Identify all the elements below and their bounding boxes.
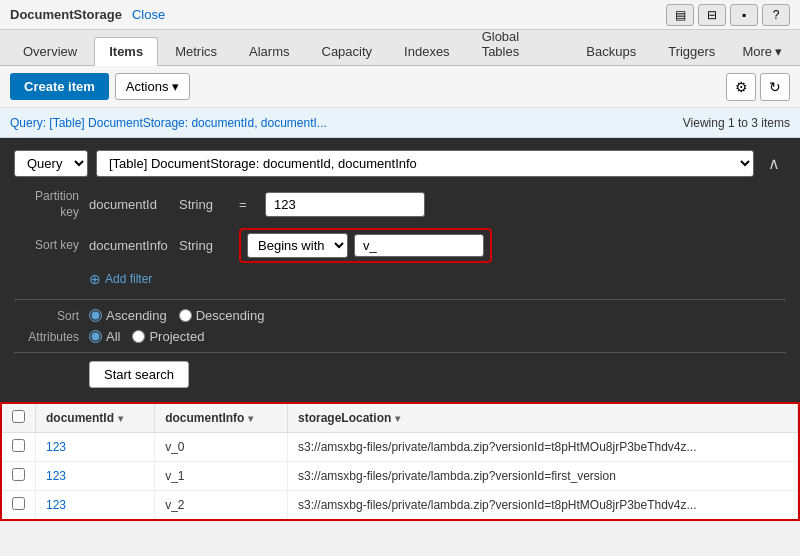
layout-icon-btn-1[interactable]: ▤	[666, 4, 694, 26]
toolbar: Create item Actions ▾ ⚙ ↻	[0, 66, 800, 108]
results-table-container: documentId ▾ documentInfo ▾ storageLocat…	[0, 402, 800, 521]
query-bar: Query: [Table] DocumentStorage: document…	[0, 108, 800, 138]
row-3-checkbox[interactable]	[12, 497, 25, 510]
sort-radio-group: Ascending Descending	[89, 308, 264, 323]
sort-descending-input[interactable]	[179, 309, 192, 322]
refresh-icon-btn[interactable]: ↻	[760, 73, 790, 101]
sort-key-operator-select[interactable]: Begins with	[247, 233, 348, 258]
table-row: 123 v_1 s3://amsxbg-files/private/lambda…	[2, 462, 798, 491]
sort-key-label: Sort key	[14, 238, 79, 254]
col-documentInfo-label: documentInfo	[165, 411, 244, 425]
col-storageLocation-label: storageLocation	[298, 411, 391, 425]
help-icon-btn[interactable]: ?	[762, 4, 790, 26]
select-all-header	[2, 404, 36, 433]
row-3-documentInfo: v_2	[155, 491, 288, 520]
row-1-documentId-link[interactable]: 123	[46, 440, 66, 454]
tab-indexes[interactable]: Indexes	[389, 37, 465, 65]
row-1-checkbox[interactable]	[12, 439, 25, 452]
attr-all-input[interactable]	[89, 330, 102, 343]
divider	[14, 299, 786, 300]
attr-projected-radio[interactable]: Projected	[132, 329, 204, 344]
title-bar: DocumentStorage Close ▤ ⊟ ▪ ?	[0, 0, 800, 30]
table-select[interactable]: [Table] DocumentStorage: documentId, doc…	[96, 150, 754, 177]
row-3-documentId: 123	[36, 491, 155, 520]
col-header-documentInfo[interactable]: documentInfo ▾	[155, 404, 288, 433]
partition-key-operator: =	[239, 197, 255, 212]
col-header-documentId[interactable]: documentId ▾	[36, 404, 155, 433]
tab-items[interactable]: Items	[94, 37, 158, 66]
add-filter-plus-icon: ⊕	[89, 271, 101, 287]
add-filter-row: ⊕ Add filter	[14, 271, 786, 287]
layout-icon-btn-3[interactable]: ▪	[730, 4, 758, 26]
row-checkbox-2	[2, 462, 36, 491]
viewing-count: Viewing 1 to 3 items	[683, 116, 790, 130]
partition-key-type: String	[179, 197, 229, 212]
tab-triggers[interactable]: Triggers	[653, 37, 730, 65]
attributes-label: Attributes	[14, 330, 79, 344]
attributes-options-row: Attributes All Projected	[14, 329, 786, 344]
attr-all-label: All	[106, 329, 120, 344]
table-header-row: documentId ▾ documentInfo ▾ storageLocat…	[2, 404, 798, 433]
sort-ascending-input[interactable]	[89, 309, 102, 322]
more-label: More	[742, 44, 772, 59]
more-chevron-icon: ▾	[775, 44, 782, 59]
actions-label: Actions	[126, 79, 169, 94]
attr-all-radio[interactable]: All	[89, 329, 120, 344]
tab-global-tables[interactable]: Global Tables	[467, 22, 570, 65]
collapse-panel-button[interactable]: ∧	[762, 152, 786, 175]
row-3-documentId-link[interactable]: 123	[46, 498, 66, 512]
table-row: 123 v_0 s3://amsxbg-files/private/lambda…	[2, 433, 798, 462]
tab-backups[interactable]: Backups	[571, 37, 651, 65]
sort-key-type: String	[179, 238, 229, 253]
toolbar-left: Create item Actions ▾	[10, 73, 190, 100]
query-type-select[interactable]: Query	[14, 150, 88, 177]
sort-key-value-input[interactable]	[354, 234, 484, 257]
add-filter-button[interactable]: ⊕ Add filter	[89, 271, 152, 287]
attr-projected-label: Projected	[149, 329, 204, 344]
start-search-row: Start search	[14, 361, 786, 388]
table-header: documentId ▾ documentInfo ▾ storageLocat…	[2, 404, 798, 433]
partition-key-field: documentId	[89, 197, 169, 212]
col-header-storageLocation[interactable]: storageLocation ▾	[288, 404, 798, 433]
tab-overview[interactable]: Overview	[8, 37, 92, 65]
start-search-button[interactable]: Start search	[89, 361, 189, 388]
tab-bar: Overview Items Metrics Alarms Capacity I…	[0, 30, 800, 66]
attr-projected-input[interactable]	[132, 330, 145, 343]
app-title: DocumentStorage	[10, 7, 122, 22]
query-text: Query: [Table] DocumentStorage: document…	[10, 116, 327, 130]
sort-ascending-label: Ascending	[106, 308, 167, 323]
sort-options-row: Sort Ascending Descending	[14, 308, 786, 323]
add-filter-label: Add filter	[105, 272, 152, 286]
tab-more[interactable]: More ▾	[732, 38, 792, 65]
row-1-storageLocation: s3://amsxbg-files/private/lambda.zip?ver…	[288, 433, 798, 462]
close-button[interactable]: Close	[132, 7, 165, 22]
row-2-documentId-link[interactable]: 123	[46, 469, 66, 483]
sort-ascending-radio[interactable]: Ascending	[89, 308, 167, 323]
partition-key-input[interactable]	[265, 192, 425, 217]
toolbar-right: ⚙ ↻	[726, 73, 790, 101]
tab-alarms[interactable]: Alarms	[234, 37, 304, 65]
attributes-radio-group: All Projected	[89, 329, 204, 344]
sort-options-label: Sort	[14, 309, 79, 323]
row-1-documentId: 123	[36, 433, 155, 462]
row-2-storageLocation: s3://amsxbg-files/private/lambda.zip?ver…	[288, 462, 798, 491]
actions-dropdown-button[interactable]: Actions ▾	[115, 73, 191, 100]
col-documentInfo-sort-icon: ▾	[248, 413, 253, 424]
sort-descending-label: Descending	[196, 308, 265, 323]
col-documentId-sort-icon: ▾	[118, 413, 123, 424]
row-2-documentId: 123	[36, 462, 155, 491]
row-3-storageLocation: s3://amsxbg-files/private/lambda.zip?ver…	[288, 491, 798, 520]
table-body: 123 v_0 s3://amsxbg-files/private/lambda…	[2, 433, 798, 520]
row-2-checkbox[interactable]	[12, 468, 25, 481]
table-row: 123 v_2 s3://amsxbg-files/private/lambda…	[2, 491, 798, 520]
settings-icon-btn[interactable]: ⚙	[726, 73, 756, 101]
sort-key-input-group: Begins with	[239, 228, 492, 263]
tab-metrics[interactable]: Metrics	[160, 37, 232, 65]
select-all-checkbox[interactable]	[12, 410, 25, 423]
col-storageLocation-sort-icon: ▾	[395, 413, 400, 424]
sort-descending-radio[interactable]: Descending	[179, 308, 265, 323]
layout-icon-btn-2[interactable]: ⊟	[698, 4, 726, 26]
tab-capacity[interactable]: Capacity	[307, 37, 388, 65]
create-item-button[interactable]: Create item	[10, 73, 109, 100]
actions-chevron-icon: ▾	[172, 79, 179, 94]
